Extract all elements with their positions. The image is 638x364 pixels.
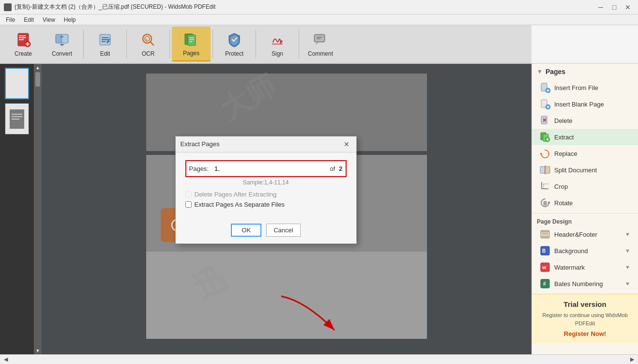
- dialog-title: Extract Pages: [181, 140, 220, 148]
- ok-button[interactable]: OK: [231, 224, 261, 237]
- trial-text: Register to continue using WidsMob PDFEd…: [538, 311, 632, 327]
- header-footer-arrow-icon: ▼: [625, 231, 630, 237]
- app-icon: [4, 3, 12, 11]
- pages-label: Pages:: [189, 165, 209, 172]
- rotate-icon: [540, 197, 550, 208]
- watermark-label: Watermark: [554, 264, 585, 271]
- watermark-left: W Watermark: [540, 262, 585, 273]
- menu-view[interactable]: View: [39, 15, 59, 24]
- cancel-button[interactable]: Cancel: [266, 224, 300, 237]
- delete-icon: [540, 115, 550, 126]
- split-document-icon: [540, 165, 550, 175]
- pages-section-header: ▼ Pages: [532, 64, 638, 79]
- header-footer-left: Header&Footer: [540, 229, 597, 240]
- window-title: (复制)-新建文本文档 (2)（合并）_已压缩.pdf (SECURED) - …: [15, 3, 215, 11]
- trial-title: Trial version: [538, 300, 632, 308]
- dialog-close-button[interactable]: ✕: [342, 139, 351, 149]
- close-button[interactable]: ✕: [622, 2, 634, 12]
- scroll-right-button[interactable]: ▶: [630, 356, 634, 363]
- watermark-icon: W: [540, 262, 550, 273]
- dialog-body: Pages: of 2 Sample:1,4-11,14 Delete Page…: [176, 152, 356, 219]
- crop-label: Crop: [554, 183, 568, 190]
- svg-rect-62: [541, 230, 549, 232]
- extract-icon: [540, 132, 550, 142]
- pages-section-title: Pages: [546, 68, 565, 76]
- split-document-item[interactable]: Split Document: [532, 162, 638, 178]
- delete-after-row: Delete Pages After Extracting: [185, 191, 347, 198]
- menu-file[interactable]: File: [2, 15, 19, 24]
- page-design-title: Page Design: [532, 215, 638, 226]
- bates-numbering-icon: #: [540, 278, 550, 289]
- scroll-left-button[interactable]: ◀: [4, 356, 8, 363]
- register-now-link[interactable]: Register Now!: [538, 330, 632, 337]
- header-footer-item[interactable]: Header&Footer ▼: [532, 226, 638, 243]
- dialog-footer: OK Cancel: [176, 219, 356, 243]
- background-label: Background: [554, 247, 588, 255]
- separate-files-label: Extract Pages As Separate Files: [195, 201, 285, 208]
- title-bar-left: (复制)-新建文本文档 (2)（合并）_已压缩.pdf (SECURED) - …: [4, 3, 215, 11]
- delete-label: Delete: [554, 117, 573, 124]
- menu-bar: File Edit View Help: [0, 15, 638, 25]
- background-icon: B: [540, 245, 550, 256]
- extract-pages-dialog: Extract Pages ✕ Pages: of 2 Sample:1,4-1…: [175, 136, 357, 244]
- svg-rect-52: [540, 167, 545, 173]
- insert-from-file-item[interactable]: Insert From File: [532, 79, 638, 96]
- extract-item[interactable]: Extract: [532, 129, 638, 145]
- title-bar-controls: ─ □ ✕: [594, 2, 634, 12]
- replace-icon: [540, 148, 550, 159]
- crop-item[interactable]: Crop: [532, 178, 638, 195]
- insert-from-file-icon: [540, 82, 550, 93]
- menu-help[interactable]: Help: [60, 15, 80, 24]
- header-footer-label: Header&Footer: [554, 231, 597, 238]
- delete-after-checkbox: [185, 191, 192, 197]
- replace-item[interactable]: Replace: [532, 145, 638, 162]
- svg-text:B: B: [542, 248, 546, 254]
- svg-rect-60: [544, 201, 547, 205]
- svg-rect-53: [545, 167, 550, 173]
- svg-marker-51: [540, 152, 543, 154]
- replace-label: Replace: [554, 150, 577, 157]
- sample-text: Sample:1,4-11,14: [185, 179, 347, 186]
- total-pages: 2: [339, 165, 342, 172]
- section-arrow-icon: ▼: [537, 68, 543, 75]
- bates-arrow-icon: ▼: [625, 281, 630, 287]
- insert-blank-page-item[interactable]: Insert Blank Page: [532, 96, 638, 112]
- rotate-item[interactable]: Rotate: [532, 195, 638, 211]
- background-arrow-icon: ▼: [625, 248, 630, 254]
- separate-files-checkbox[interactable]: [185, 201, 192, 208]
- pages-input-row: Pages: of 2: [185, 160, 347, 177]
- svg-text:W: W: [542, 265, 547, 270]
- header-footer-icon: [540, 229, 550, 240]
- bates-numbering-item[interactable]: # Bates Numbering ▼: [532, 275, 638, 292]
- watermark-item[interactable]: W Watermark ▼: [532, 259, 638, 275]
- extract-label: Extract: [554, 134, 574, 141]
- bates-left: # Bates Numbering: [540, 278, 603, 289]
- status-bar: ◀ ▶: [0, 354, 638, 364]
- rotate-label: Rotate: [554, 199, 573, 207]
- svg-text:#: #: [543, 281, 546, 287]
- separate-files-row: Extract Pages As Separate Files: [185, 201, 347, 208]
- trial-box: Trial version Register to continue using…: [532, 294, 638, 343]
- title-bar: (复制)-新建文本文档 (2)（合并）_已压缩.pdf (SECURED) - …: [0, 0, 638, 15]
- delete-item[interactable]: Delete: [532, 112, 638, 129]
- red-arrow: [276, 291, 344, 340]
- background-item[interactable]: B Background ▼: [532, 243, 638, 259]
- panel-divider-1: [532, 213, 638, 213]
- dialog-title-bar: Extract Pages ✕: [176, 136, 356, 152]
- insert-blank-page-icon: [540, 99, 550, 109]
- insert-from-file-label: Insert From File: [554, 84, 598, 91]
- svg-rect-63: [541, 236, 549, 238]
- menu-edit[interactable]: Edit: [20, 15, 38, 24]
- crop-icon: [540, 181, 550, 192]
- svg-marker-59: [547, 201, 550, 203]
- split-document-label: Split Document: [554, 167, 597, 174]
- bates-numbering-label: Bates Numbering: [554, 280, 603, 288]
- background-left: B Background: [540, 245, 588, 256]
- watermark-arrow-icon: ▼: [625, 264, 630, 270]
- minimize-button[interactable]: ─: [594, 2, 607, 12]
- insert-blank-page-label: Insert Blank Page: [554, 101, 604, 108]
- maximize-button[interactable]: □: [608, 2, 621, 12]
- dialog-overlay: Extract Pages ✕ Pages: of 2 Sample:1,4-1…: [0, 25, 532, 354]
- right-panel: ▼ Pages Insert From File: [532, 64, 638, 354]
- pages-input[interactable]: [213, 164, 324, 173]
